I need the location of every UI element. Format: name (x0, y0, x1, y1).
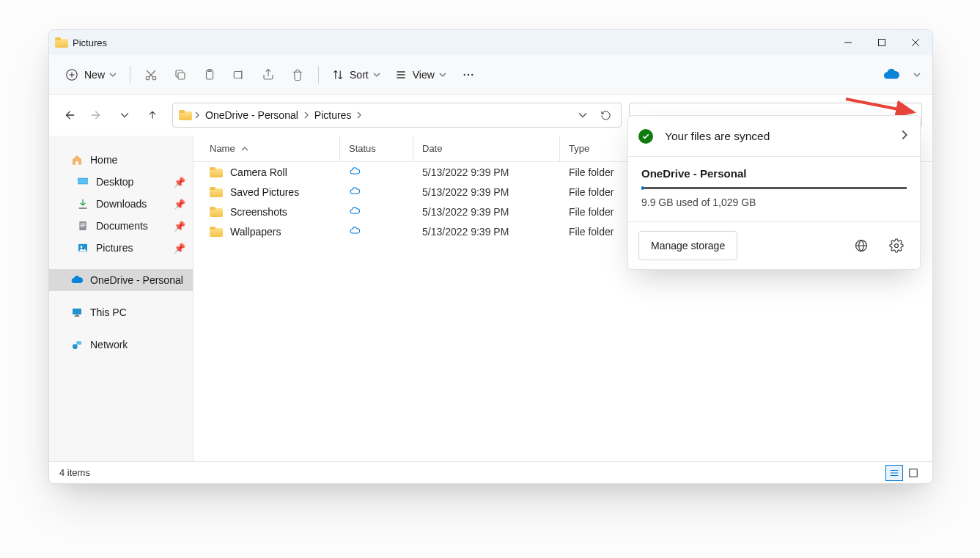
folder-icon (55, 37, 68, 48)
open-online-button[interactable] (848, 232, 874, 259)
maximize-button[interactable] (865, 30, 899, 55)
onedrive-status-row[interactable]: Your files are synced (628, 116, 920, 157)
forward-button[interactable] (84, 103, 109, 128)
window-title: Pictures (73, 37, 107, 48)
column-header-date[interactable]: Date (413, 136, 560, 161)
back-button[interactable] (56, 103, 81, 128)
new-button[interactable]: New (58, 62, 124, 88)
file-date: 5/13/2022 9:39 PM (413, 166, 560, 178)
file-status (340, 165, 413, 179)
file-date: 5/13/2022 9:39 PM (413, 186, 560, 198)
home-icon (71, 154, 83, 166)
file-date: 5/13/2022 9:39 PM (413, 226, 560, 238)
folder-icon (179, 110, 192, 120)
share-button[interactable] (254, 62, 283, 88)
storage-usage-text: 9.9 GB used of 1,029 GB (641, 197, 907, 208)
breadcrumb-item[interactable]: Pictures (312, 103, 355, 127)
onedrive-chevron-button[interactable] (906, 62, 924, 88)
navigation-pane: HomeDesktop📌Downloads📌Documents📌Pictures… (49, 136, 194, 461)
chevron-down-icon (439, 71, 446, 78)
svg-rect-0 (879, 40, 885, 46)
details-view-button[interactable] (885, 465, 903, 481)
address-history-button[interactable] (572, 105, 593, 125)
separator (130, 66, 130, 84)
more-button[interactable] (454, 62, 483, 88)
sidebar-item-documents[interactable]: Documents📌 (49, 215, 193, 237)
minimize-button[interactable] (831, 30, 865, 55)
file-name: Saved Pictures (230, 186, 299, 198)
folder-icon (210, 187, 223, 197)
delete-button[interactable] (283, 62, 312, 88)
svg-rect-23 (76, 341, 81, 345)
column-header-label: Date (422, 143, 442, 154)
copy-button[interactable] (166, 62, 195, 88)
folder-icon (210, 167, 223, 177)
sidebar-item-desktop[interactable]: Desktop📌 (49, 171, 193, 193)
onedrive-status-button[interactable] (877, 62, 906, 88)
column-header-name[interactable]: Name (194, 136, 340, 161)
sidebar-item-pictures[interactable]: Pictures📌 (49, 237, 193, 259)
cut-button[interactable] (136, 62, 166, 88)
breadcrumb-item[interactable]: OneDrive - Personal (202, 103, 301, 127)
svg-rect-4 (178, 73, 185, 79)
recent-locations-button[interactable] (112, 103, 137, 128)
sidebar-item-label: Downloads (96, 198, 147, 210)
sidebar-item-onedrive-personal[interactable]: OneDrive - Personal (49, 269, 193, 291)
sort-button[interactable]: Sort (325, 62, 388, 88)
onedrive-settings-button[interactable] (883, 232, 910, 259)
sort-button-label: Sort (350, 69, 369, 81)
network-icon (71, 339, 83, 350)
sidebar-item-home[interactable]: Home (49, 149, 193, 171)
column-header-label: Type (569, 143, 589, 154)
pin-icon: 📌 (174, 243, 185, 254)
sidebar-item-label: Network (90, 339, 128, 350)
file-status (340, 205, 413, 219)
sidebar-item-label: Desktop (96, 176, 133, 188)
chevron-down-icon (109, 71, 117, 78)
svg-point-9 (468, 73, 469, 75)
download-icon (77, 198, 89, 210)
file-status (340, 224, 413, 238)
window-controls (831, 30, 932, 55)
address-bar[interactable]: OneDrive - Personal Pictures (172, 103, 622, 128)
file-name: Screenshots (230, 206, 287, 218)
sidebar-item-label: Documents (96, 220, 148, 232)
picture-icon (77, 242, 89, 254)
sidebar-item-this-pc[interactable]: This PC (49, 301, 193, 323)
rename-button[interactable] (224, 62, 254, 88)
file-date: 5/13/2022 9:39 PM (413, 206, 560, 218)
svg-rect-19 (73, 309, 81, 315)
sidebar-item-network[interactable]: Network (49, 334, 193, 356)
column-header-status[interactable]: Status (340, 136, 413, 161)
check-circle-icon (638, 129, 653, 144)
onedrive-account-name: OneDrive - Personal (641, 167, 907, 180)
svg-rect-15 (81, 225, 86, 226)
sidebar-item-label: OneDrive - Personal (90, 274, 183, 286)
thumbnails-view-button[interactable] (905, 465, 922, 481)
paste-button[interactable] (195, 62, 224, 88)
onedrive-status-text: Your files are synced (665, 130, 770, 143)
svg-rect-24 (910, 469, 918, 477)
svg-point-3 (152, 76, 156, 80)
chevron-down-icon (373, 71, 380, 78)
manage-storage-button[interactable]: Manage storage (638, 231, 737, 260)
sidebar-item-downloads[interactable]: Downloads📌 (49, 193, 193, 215)
sidebar-item-label: Pictures (96, 242, 133, 254)
close-button[interactable] (899, 30, 932, 55)
sidebar-item-label: This PC (90, 306, 127, 318)
pin-icon: 📌 (174, 221, 185, 232)
svg-rect-12 (78, 178, 87, 183)
file-explorer-window: Pictures New (48, 29, 933, 484)
onedrive-flyout: Your files are synced OneDrive - Persona… (627, 115, 921, 270)
refresh-button[interactable] (594, 105, 616, 125)
titlebar: Pictures (49, 30, 932, 55)
view-button[interactable]: View (388, 62, 454, 88)
up-button[interactable] (140, 103, 165, 128)
svg-rect-14 (81, 224, 86, 224)
svg-point-8 (463, 73, 465, 75)
svg-rect-7 (234, 71, 242, 78)
svg-point-18 (81, 246, 83, 248)
column-header-label: Name (210, 143, 235, 154)
svg-rect-13 (79, 221, 86, 230)
document-icon (77, 220, 89, 232)
